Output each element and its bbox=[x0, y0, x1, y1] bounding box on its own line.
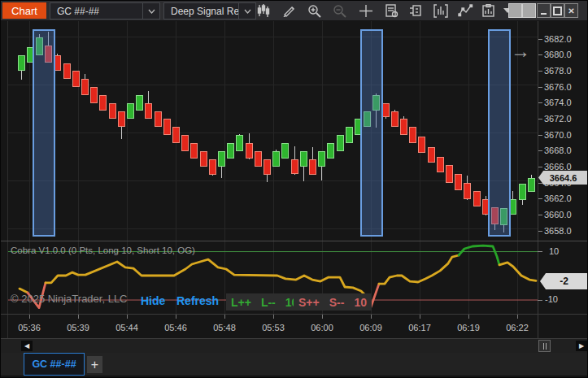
drawing-tools-icon[interactable] bbox=[456, 3, 474, 18]
candle-body bbox=[473, 191, 481, 207]
candle-body bbox=[300, 151, 307, 167]
time-axis-separator bbox=[1, 314, 588, 315]
time-tick bbox=[78, 315, 79, 319]
gridline-v bbox=[322, 21, 323, 314]
highlight-region[interactable] bbox=[33, 29, 55, 237]
candle-body bbox=[145, 103, 152, 119]
time-tick-label: 05:39 bbox=[67, 323, 89, 332]
add-tab-button[interactable]: + bbox=[87, 356, 102, 373]
price-tick-label: 3678.0 bbox=[544, 66, 572, 76]
candle-body bbox=[318, 151, 325, 167]
gridline-v bbox=[517, 21, 518, 314]
chevron-down-icon[interactable] bbox=[238, 3, 255, 19]
gridline-v bbox=[468, 21, 469, 314]
data-box-icon[interactable] bbox=[383, 3, 401, 18]
time-tick-label: 06:17 bbox=[408, 323, 431, 332]
close-button[interactable]: ✕ bbox=[564, 3, 578, 18]
candle-body bbox=[464, 183, 471, 199]
time-tick-label: 05:53 bbox=[262, 323, 285, 332]
candle-body bbox=[446, 165, 453, 183]
price-tick-label: 3676.0 bbox=[544, 82, 572, 92]
candle-body bbox=[264, 159, 271, 176]
time-tick bbox=[273, 315, 274, 319]
crosshair-icon[interactable] bbox=[357, 3, 375, 18]
zoom-in-icon[interactable] bbox=[306, 3, 324, 18]
instrument-dropdown[interactable]: GC ##-## bbox=[50, 2, 160, 20]
candle-body bbox=[72, 71, 80, 87]
indicators-icon[interactable] bbox=[432, 3, 450, 18]
candle-body bbox=[181, 135, 189, 151]
gridline-v bbox=[176, 21, 176, 314]
instrument-dropdown-value: GC ##-## bbox=[50, 6, 142, 17]
candle-body bbox=[437, 157, 444, 173]
hide-button[interactable]: Hide bbox=[141, 294, 165, 307]
panel-divider[interactable] bbox=[1, 241, 588, 241]
time-tick-label: 05:44 bbox=[115, 323, 138, 332]
tab-gc[interactable]: GC ##-## bbox=[24, 353, 85, 376]
candle-body bbox=[163, 119, 171, 135]
short-minus-button[interactable]: S-- bbox=[329, 296, 345, 309]
candle-body bbox=[519, 184, 526, 200]
ninjatrader-watermark: © 2025 NinjaTrader, LLC bbox=[11, 293, 128, 305]
plot-left-edge bbox=[7, 21, 8, 338]
time-tick bbox=[29, 315, 30, 319]
gridline-v bbox=[127, 21, 128, 314]
price-tick-label: 3672.0 bbox=[544, 114, 572, 124]
title-bar[interactable]: Chart GC ##-## Deep Signal Ren... bbox=[1, 1, 588, 21]
time-tick-label: 05:46 bbox=[164, 323, 187, 332]
scrollbar-grip-icon[interactable] bbox=[538, 340, 551, 352]
candle-body bbox=[291, 159, 298, 175]
candle-body bbox=[337, 135, 344, 151]
gridline-h bbox=[7, 37, 538, 37]
price-style-icon[interactable] bbox=[255, 3, 272, 18]
window-button-1[interactable] bbox=[508, 3, 522, 18]
refresh-button[interactable]: Refresh bbox=[176, 294, 219, 307]
indicator-upper-tick bbox=[538, 251, 542, 252]
minimize-button[interactable] bbox=[537, 3, 551, 18]
window-button-2[interactable] bbox=[522, 3, 536, 18]
time-tick-label: 06:09 bbox=[359, 323, 382, 332]
indicator-title: Cobra V1.0.0 (0 Pts, Long 10, Short 10, … bbox=[11, 245, 195, 255]
time-tick bbox=[224, 315, 225, 319]
scroll-right-arrow-icon[interactable]: ▶ bbox=[576, 341, 587, 351]
time-tick-label: 06:00 bbox=[311, 323, 333, 332]
gridline-h bbox=[7, 133, 538, 133]
candle-body bbox=[227, 143, 234, 159]
strategies-icon[interactable] bbox=[480, 3, 498, 18]
price-tick-label: 3668.0 bbox=[544, 146, 572, 155]
short-plus-button[interactable]: S++ bbox=[298, 296, 320, 309]
time-tick bbox=[468, 315, 469, 319]
indicator-lower-label: -10 bbox=[545, 294, 558, 304]
maximize-button[interactable] bbox=[551, 3, 564, 18]
time-tick-label: 05:48 bbox=[213, 323, 236, 332]
price-tick-label: 3658.0 bbox=[544, 226, 572, 236]
price-tick-label: 3682.0 bbox=[544, 34, 572, 44]
time-tick-label: 05:36 bbox=[18, 323, 41, 332]
highlight-region[interactable] bbox=[488, 29, 511, 237]
candle-body bbox=[346, 127, 353, 143]
gridline-v bbox=[29, 21, 30, 314]
horizontal-scrollbar[interactable]: ◀ ▶ bbox=[1, 339, 588, 353]
time-tick bbox=[176, 315, 176, 319]
price-tick-label: 3670.0 bbox=[544, 130, 572, 140]
scroll-left-arrow-icon[interactable]: ◀ bbox=[21, 341, 33, 351]
candle-body bbox=[218, 151, 225, 167]
price-axis-separator bbox=[538, 21, 538, 338]
long-buttons-group: L++ L-- 10 bbox=[226, 293, 303, 311]
zoom-out-icon[interactable] bbox=[331, 3, 349, 18]
long-plus-button[interactable]: L++ bbox=[231, 296, 251, 309]
chevron-down-icon[interactable] bbox=[142, 3, 159, 19]
candle-body bbox=[309, 159, 316, 176]
long-minus-button[interactable]: L-- bbox=[261, 296, 276, 309]
indicator-lower-tick bbox=[538, 300, 542, 301]
series-dropdown[interactable]: Deep Signal Ren... bbox=[163, 2, 256, 20]
price-tick-label: 3680.0 bbox=[544, 50, 572, 59]
series-dropdown-value: Deep Signal Ren... bbox=[164, 6, 238, 17]
go-to-end-arrow[interactable]: → bbox=[511, 40, 530, 63]
highlight-region[interactable] bbox=[360, 29, 383, 237]
pencil-icon[interactable] bbox=[281, 3, 298, 18]
candle-body bbox=[409, 127, 416, 143]
chart-trader-icon[interactable] bbox=[407, 3, 425, 18]
app-badge: Chart bbox=[2, 2, 46, 19]
candle-body bbox=[418, 137, 425, 153]
